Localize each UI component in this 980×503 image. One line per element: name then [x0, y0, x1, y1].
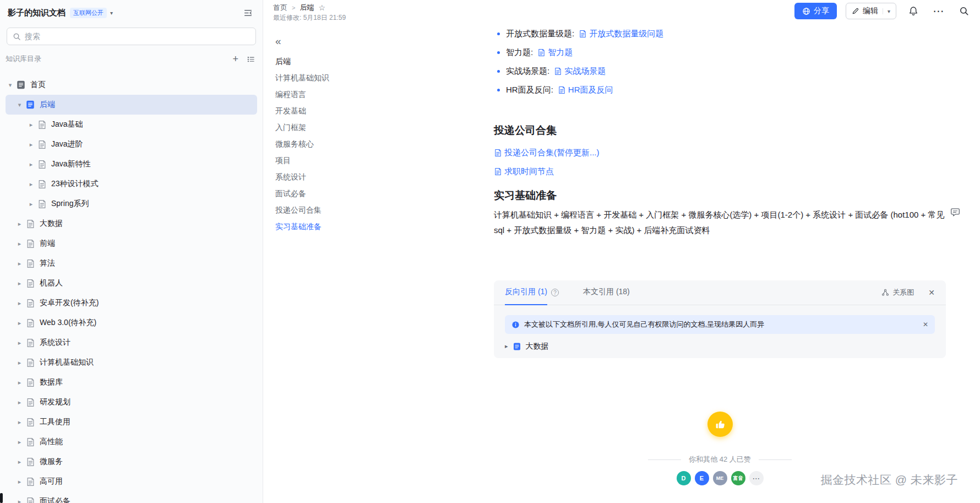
- doc-mention-link[interactable]: 开放式数据量级问题: [579, 29, 663, 39]
- chevron-right-icon[interactable]: ▸: [15, 498, 24, 503]
- chevron-right-icon[interactable]: ▸: [15, 359, 24, 366]
- chevron-right-icon[interactable]: ▸: [26, 141, 36, 148]
- chevron-right-icon[interactable]: ▸: [26, 201, 36, 208]
- avatar[interactable]: ME: [713, 471, 727, 485]
- sidebar-item-rd-planning[interactable]: ▸ 研发规划: [6, 392, 257, 412]
- doc-link-icon: [494, 149, 502, 157]
- notifications-bell-icon[interactable]: [905, 3, 922, 19]
- chevron-right-icon[interactable]: ▸: [15, 240, 24, 247]
- sidebar-item-backend[interactable]: ▾ 后端: [6, 95, 257, 115]
- sidebar-item-cs-basics[interactable]: ▸ 计算机基础知识: [6, 353, 257, 372]
- outline-item[interactable]: 项目: [275, 153, 400, 169]
- outline-item[interactable]: 开发基础: [275, 103, 400, 120]
- chevron-right-icon[interactable]: ▸: [15, 439, 24, 446]
- outline-item[interactable]: 面试必备: [275, 186, 400, 202]
- sidebar-item-java-advanced[interactable]: ▸ Java进阶: [6, 134, 257, 154]
- collapse-outline-icon[interactable]: «: [275, 36, 281, 46]
- sidebar-item-high-availability[interactable]: ▸ 高可用: [6, 472, 257, 491]
- chevron-right-icon[interactable]: ▸: [15, 220, 24, 228]
- chevron-right-icon[interactable]: ▸: [15, 339, 24, 347]
- chevron-right-icon[interactable]: ▸: [15, 478, 24, 485]
- doc-mention-link[interactable]: 智力题: [537, 47, 573, 58]
- sidebar-item-algorithm[interactable]: ▸ 算法: [6, 253, 257, 273]
- outline-item[interactable]: 投递公司合集: [275, 202, 400, 219]
- chevron-right-icon[interactable]: ▸: [15, 458, 24, 466]
- references-panel: 反向引用 (1) ? 本文引用 (18) 关系图 ✕ 本文被以下文档所引用,每人…: [494, 280, 946, 358]
- chevron-right-icon[interactable]: ▸: [26, 121, 36, 128]
- sidebar-collapse-icon[interactable]: [243, 8, 253, 18]
- chevron-right-icon[interactable]: ▸: [15, 300, 24, 307]
- search-icon[interactable]: [956, 3, 972, 19]
- chevron-right-icon[interactable]: ▸: [15, 419, 24, 426]
- more-options-icon[interactable]: ⋯: [930, 3, 947, 19]
- doc-mention-link[interactable]: HR面及反问: [558, 85, 613, 95]
- avatar[interactable]: D: [677, 471, 691, 485]
- star-icon[interactable]: ☆: [318, 4, 325, 12]
- reference-item-bigdata[interactable]: ▸ 大数据: [505, 339, 935, 358]
- sidebar-item-interview[interactable]: ▸ 面试必备: [6, 491, 257, 503]
- chevron-down-icon[interactable]: ▾: [6, 82, 15, 89]
- chevron-right-icon[interactable]: ▸: [15, 280, 24, 287]
- sidebar-search[interactable]: [7, 28, 256, 45]
- sidebar-item-tools[interactable]: ▸ 工具使用: [6, 412, 257, 432]
- like-button[interactable]: [707, 412, 733, 437]
- bullet-dot-icon: [497, 89, 500, 91]
- caret-down-icon[interactable]: ▾: [883, 8, 890, 14]
- sidebar-item-spring[interactable]: ▸ Spring系列: [6, 194, 257, 214]
- sidebar-item-frontend[interactable]: ▸ 前端: [6, 234, 257, 253]
- list-settings-icon[interactable]: [247, 55, 255, 63]
- close-icon[interactable]: ✕: [923, 321, 928, 328]
- doc-mention-link[interactable]: 实战场景题: [554, 66, 606, 77]
- avatar[interactable]: 富音: [731, 471, 745, 485]
- doc-mention-link[interactable]: 求职时间节点: [494, 166, 554, 177]
- sidebar-item-design-patterns[interactable]: ▸ 23种设计模式: [6, 174, 257, 194]
- scrollbar-thumb[interactable]: [0, 493, 3, 503]
- chevron-right-icon[interactable]: ▸: [505, 343, 508, 350]
- chevron-right-icon[interactable]: ▸: [15, 379, 24, 386]
- sidebar-item-bigdata[interactable]: ▸ 大数据: [6, 214, 257, 234]
- sidebar-tree: ▾ 首页 ▾ 后端 ▸ Java基础 ▸ Java进阶 ▸: [0, 75, 263, 503]
- sidebar-item-java-new[interactable]: ▸ Java新特性: [6, 154, 257, 174]
- help-icon[interactable]: ?: [551, 289, 559, 296]
- share-label: 分享: [814, 6, 829, 16]
- outline-item[interactable]: 入门框架: [275, 120, 400, 136]
- sidebar-item-microservice[interactable]: ▸ 微服务: [6, 452, 257, 472]
- outline-item[interactable]: 系统设计: [275, 169, 400, 186]
- bullet-label: HR面及反问:: [506, 85, 553, 95]
- sidebar-item-system-design[interactable]: ▸ 系统设计: [6, 333, 257, 353]
- sidebar-item-android[interactable]: ▸ 安卓开发(待补充): [6, 293, 257, 313]
- chevron-right-icon[interactable]: ▸: [26, 181, 36, 188]
- sidebar-item-web3[interactable]: ▸ Web 3.0(待补充): [6, 313, 257, 333]
- tab-cited[interactable]: 本文引用 (18): [583, 280, 630, 305]
- relation-graph-button[interactable]: 关系图: [881, 288, 914, 298]
- chevron-right-icon[interactable]: ▸: [15, 260, 24, 267]
- chevron-right-icon[interactable]: ▸: [15, 399, 24, 406]
- outline-item[interactable]: 后端: [275, 53, 400, 70]
- outline-item[interactable]: 微服务核心: [275, 136, 400, 153]
- chevron-right-icon[interactable]: ▸: [26, 161, 36, 168]
- avatar[interactable]: E: [695, 471, 709, 485]
- sidebar-item-java-basic[interactable]: ▸ Java基础: [6, 115, 257, 134]
- close-icon[interactable]: ✕: [928, 288, 935, 297]
- chevron-right-icon[interactable]: ▸: [15, 320, 24, 327]
- add-page-icon[interactable]: +: [232, 54, 238, 64]
- breadcrumb-current[interactable]: 后端: [300, 3, 314, 13]
- comment-icon[interactable]: [950, 207, 960, 219]
- outline-item[interactable]: 计算机基础知识: [275, 70, 400, 86]
- search-input[interactable]: [25, 32, 250, 41]
- workspace-title-dropdown[interactable]: 影子的知识文档 互联网公开 ▾: [8, 8, 113, 18]
- outline-item-active[interactable]: 实习基础准备: [275, 219, 400, 235]
- doc-mention-link[interactable]: 投递公司合集(暂停更新...): [494, 148, 600, 158]
- breadcrumb-home[interactable]: 首页: [273, 3, 287, 13]
- sidebar-item-home[interactable]: ▾ 首页: [6, 75, 257, 95]
- more-avatars-icon[interactable]: ⋯: [749, 471, 764, 485]
- edit-button[interactable]: 编辑 ▾: [846, 3, 896, 19]
- sidebar-item-database[interactable]: ▸ 数据库: [6, 372, 257, 392]
- sidebar-item-performance[interactable]: ▸ 高性能: [6, 432, 257, 452]
- chevron-down-icon[interactable]: ▾: [15, 101, 24, 109]
- share-button[interactable]: 分享: [794, 3, 837, 19]
- sidebar-item-robot[interactable]: ▸ 机器人: [6, 273, 257, 293]
- tab-backlinks[interactable]: 反向引用 (1): [505, 280, 547, 305]
- doc-icon: [25, 278, 35, 288]
- outline-item[interactable]: 编程语言: [275, 86, 400, 103]
